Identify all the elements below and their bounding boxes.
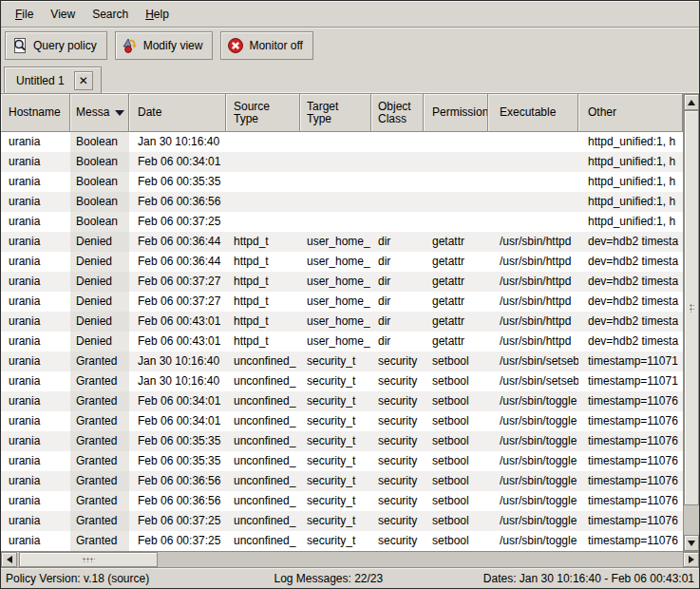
vertical-scrollbar-track[interactable] [684,110,699,535]
policy-version-text: Policy Version: v.18 (source) [6,572,221,585]
table-row[interactable]: uraniaDeniedFeb 06 00:43:01httpd_tuser_h… [1,312,683,332]
table-cell: urania [1,192,70,212]
column-header-other[interactable]: Other [578,94,683,132]
table-cell [300,212,371,232]
menu-item-search[interactable]: Search [84,4,137,25]
horizontal-scrollbar[interactable] [1,551,699,567]
table-row[interactable]: uraniaGrantedFeb 06 00:35:35unconfined_s… [1,451,683,471]
table-cell: security [371,371,424,391]
table-cell: getattr [424,252,488,272]
table-cell: getattr [424,332,488,352]
table-cell: security_t [300,391,371,411]
monitor-off-label: Monitor off [249,39,302,52]
table-row[interactable]: uraniaDeniedFeb 06 00:36:44httpd_tuser_h… [1,232,683,252]
table-cell: timestamp=11071 [578,352,683,371]
menu-item-help[interactable]: Help [137,4,178,25]
modify-view-button[interactable]: Modify view [115,31,214,60]
table-row[interactable]: uraniaGrantedJan 30 10:16:40unconfined_s… [1,371,683,391]
modify-view-label: Modify view [143,39,203,52]
column-header-hostname[interactable]: Hostname [1,94,70,132]
scroll-up-button[interactable] [684,94,699,110]
table-row[interactable]: uraniaGrantedJan 30 10:16:40unconfined_s… [1,352,683,371]
table-cell: timestamp=11076 [578,491,683,511]
table-cell: dir [371,232,424,252]
menu-bar: FileViewSearchHelp [1,1,699,28]
table-row[interactable]: uraniaBooleanFeb 06 00:37:25httpd_unifie… [1,212,683,232]
column-header-executable[interactable]: Executable [488,94,578,132]
table-cell: httpd_unified:1, h [578,132,683,152]
table-cell [371,152,424,172]
table-row[interactable]: uraniaGrantedFeb 06 00:34:01unconfined_s… [1,411,683,431]
table-cell: getattr [424,232,488,252]
table-row[interactable]: uraniaDeniedFeb 06 00:37:27httpd_tuser_h… [1,272,683,292]
table-cell: dir [371,332,424,352]
table-row[interactable]: uraniaDeniedFeb 06 00:37:27httpd_tuser_h… [1,292,683,312]
menu-item-view[interactable]: View [42,4,84,25]
column-header-label: Target Type [307,101,338,125]
table-row[interactable]: uraniaBooleanFeb 06 00:34:01httpd_unifie… [1,152,683,172]
table-cell [488,152,578,172]
red-circle-x-icon [227,37,244,54]
column-header-messa[interactable]: Messa [70,94,129,132]
horizontal-scrollbar-track[interactable] [17,552,683,567]
table-cell: setbool [424,451,488,471]
log-table: HostnameMessaDateSource TypeTarget TypeO… [1,94,683,551]
table-cell [300,192,371,212]
table-cell: urania [1,152,70,172]
table-cell: Feb 06 00:37:27 [129,292,226,312]
column-header-source-type[interactable]: Source Type [226,94,300,132]
column-header-label: Other [588,106,616,119]
table-row[interactable]: uraniaDeniedFeb 06 00:36:44httpd_tuser_h… [1,252,683,272]
table-cell: dir [371,252,424,272]
vertical-scrollbar-thumb[interactable] [684,110,699,505]
table-cell: timestamp=11076 [578,411,683,431]
table-row[interactable]: uraniaGrantedFeb 06 00:36:56unconfined_s… [1,471,683,491]
table-cell: urania [1,252,70,272]
table-row[interactable]: uraniaBooleanJan 30 10:16:40httpd_unifie… [1,132,683,152]
table-cell: /usr/sbin/toggle [488,391,578,411]
column-header-target-type[interactable]: Target Type [300,94,371,132]
table-cell: setbool [424,371,488,391]
vertical-scrollbar[interactable] [683,94,699,551]
table-row[interactable]: uraniaBooleanFeb 06 00:36:56httpd_unifie… [1,192,683,212]
table-cell: unconfined_ [226,371,300,391]
query-policy-button[interactable]: Query policy [5,31,107,60]
table-cell [300,172,371,192]
table-row[interactable]: uraniaGrantedFeb 06 00:34:01unconfined_s… [1,391,683,411]
down-arrow-icon [688,541,695,546]
table-cell: security [371,531,424,551]
table-cell: dev=hdb2 timesta [578,332,683,352]
scroll-right-button[interactable] [683,552,699,567]
table-cell: Denied [70,292,129,312]
table-cell: httpd_t [226,252,300,272]
table-row[interactable]: uraniaGrantedFeb 06 00:35:35unconfined_s… [1,431,683,451]
tab-close-button[interactable]: ✕ [74,71,93,90]
table-row[interactable]: uraniaDeniedFeb 06 00:43:01httpd_tuser_h… [1,332,683,352]
table-cell [488,212,578,232]
tab-untitled-1[interactable]: Untitled 1 ✕ [4,66,102,93]
column-header-object-class[interactable]: Object Class [371,94,424,132]
horizontal-scrollbar-thumb[interactable] [19,552,158,567]
table-cell: timestamp=11076 [578,511,683,531]
column-header-date[interactable]: Date [129,94,226,132]
table-cell: Boolean [70,132,129,152]
document-magnifier-icon [11,37,28,54]
table-body: uraniaBooleanJan 30 10:16:40httpd_unifie… [1,132,683,551]
table-cell: /usr/sbin/httpd [488,332,578,352]
scroll-down-button[interactable] [684,535,699,551]
monitor-off-button[interactable]: Monitor off [220,31,312,60]
table-cell: /usr/sbin/toggle [488,411,578,431]
table-row[interactable]: uraniaGrantedFeb 06 00:36:56unconfined_s… [1,491,683,511]
table-cell: security [371,451,424,471]
table-row[interactable]: uraniaGrantedFeb 06 00:37:25unconfined_s… [1,511,683,531]
scroll-left-button[interactable] [1,552,17,567]
table-cell: Feb 06 00:43:01 [129,312,226,332]
menu-item-file[interactable]: File [7,4,42,25]
table-cell: user_home_ [300,292,371,312]
column-header-permission[interactable]: Permission [424,94,488,132]
table-row[interactable]: uraniaGrantedFeb 06 00:37:25unconfined_s… [1,531,683,551]
column-header-label: Source Type [234,101,270,125]
table-cell: httpd_t [226,312,300,332]
table-row[interactable]: uraniaBooleanFeb 06 00:35:35httpd_unifie… [1,172,683,192]
seaudit-window: FileViewSearchHelp Query policy [0,0,700,589]
